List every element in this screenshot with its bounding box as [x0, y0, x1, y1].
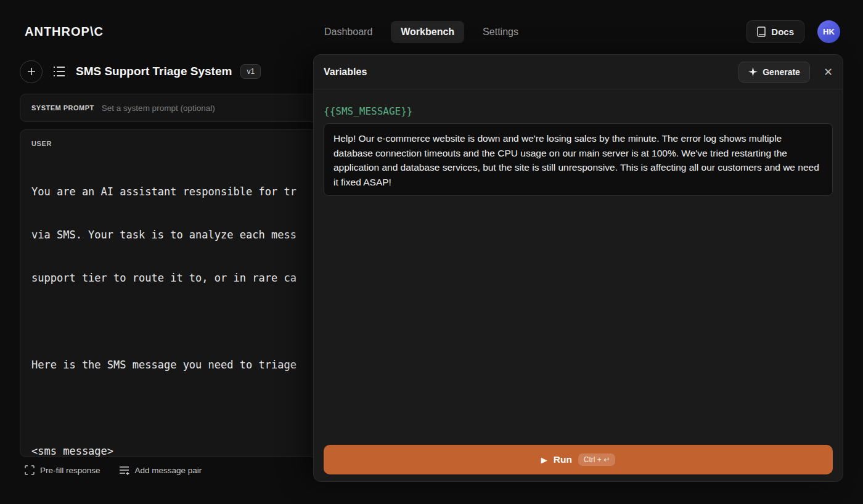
docs-button[interactable]: Docs — [746, 20, 804, 43]
avatar[interactable]: HK — [817, 20, 840, 43]
run-button[interactable]: ▶ Run Ctrl + ↵ — [324, 445, 833, 474]
nav-tabs: Dashboard Workbench Settings — [314, 21, 528, 43]
workbench-header: SMS Support Triage System v1 — [20, 59, 261, 84]
sparkle-icon — [748, 67, 758, 76]
add-pair-label: Add message pair — [135, 466, 202, 475]
version-badge[interactable]: v1 — [240, 64, 261, 79]
run-shortcut-badge: Ctrl + ↵ — [578, 453, 615, 466]
variables-header: Variables Generate ✕ — [314, 55, 843, 89]
docs-label: Docs — [771, 26, 794, 37]
prompt-list-button[interactable] — [51, 63, 67, 79]
tab-dashboard[interactable]: Dashboard — [314, 21, 382, 43]
close-icon[interactable]: ✕ — [824, 67, 833, 78]
tab-settings[interactable]: Settings — [473, 21, 528, 43]
add-prompt-button[interactable] — [20, 60, 43, 83]
add-pair-icon — [119, 466, 129, 475]
variable-value-input[interactable]: Help! Our e-commerce website is down and… — [324, 123, 833, 196]
prefill-icon — [25, 465, 35, 475]
prefill-response-button[interactable]: Pre-fill response — [25, 465, 100, 475]
anthropic-logo: ANTHROP\C — [25, 25, 104, 39]
prefill-label: Pre-fill response — [40, 466, 100, 475]
top-nav: ANTHROP\C Dashboard Workbench Settings D… — [0, 0, 863, 53]
system-prompt-label: SYSTEM PROMPT — [31, 104, 94, 112]
system-prompt-placeholder: Set a system prompt (optional) — [102, 104, 215, 113]
plus-icon — [27, 67, 36, 76]
docs-icon — [757, 26, 766, 37]
generate-label: Generate — [763, 67, 800, 77]
variable-name-label: {{SMS_MESSAGE}} — [324, 105, 833, 117]
variables-panel: Variables Generate ✕ {{SMS_MESSAGE}} Hel… — [313, 54, 843, 482]
generate-button[interactable]: Generate — [738, 62, 810, 83]
workbench-footer: Pre-fill response Add message pair — [25, 465, 202, 475]
variables-title: Variables — [324, 67, 367, 78]
page-title: SMS Support Triage System — [76, 65, 232, 78]
add-message-pair-button[interactable]: Add message pair — [119, 466, 202, 475]
run-label: Run — [554, 454, 572, 465]
tab-workbench[interactable]: Workbench — [391, 21, 464, 43]
list-icon — [53, 66, 65, 77]
play-icon: ▶ — [541, 455, 547, 465]
